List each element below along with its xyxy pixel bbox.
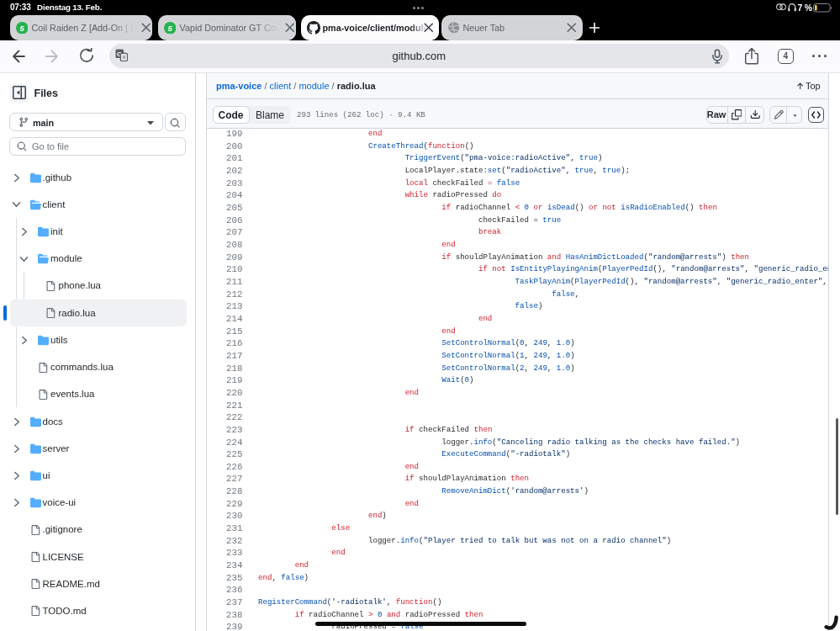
svg-text:5: 5 xyxy=(19,23,24,32)
svg-text:5: 5 xyxy=(167,23,172,32)
